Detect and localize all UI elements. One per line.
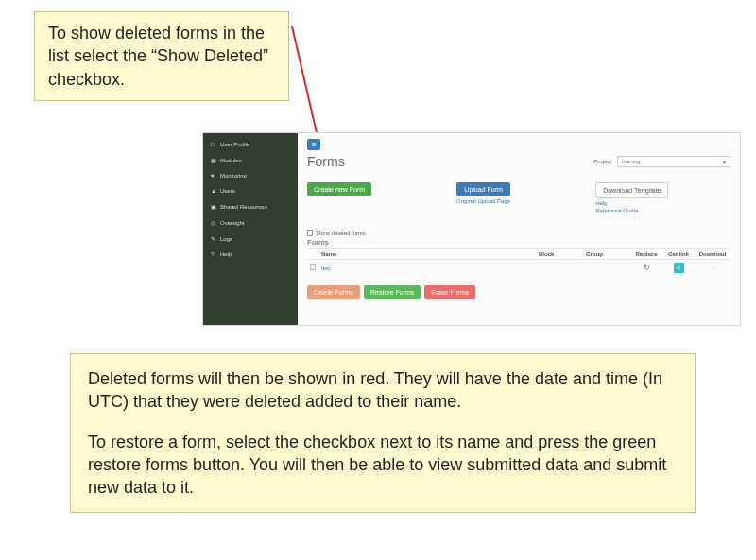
sidebar-item-label: User Profile [220, 142, 249, 147]
sidebar-item-label: Monitoring [220, 173, 247, 178]
help-link[interactable]: Help [595, 200, 668, 206]
col-getlink: Get link [662, 249, 695, 260]
cell-block [536, 260, 583, 277]
help-icon: ? [211, 251, 216, 257]
sidebar-item-label: Users [220, 188, 235, 194]
sidebar-item-label: Help [220, 251, 232, 257]
col-block: Block [536, 249, 583, 260]
sidebar-item-modules[interactable]: ▦ Modules [203, 152, 298, 168]
table-header-row: Name Block Group Replace Get link Downlo… [307, 249, 730, 260]
sidebar-item-shared-resources[interactable]: ▣ Shared Resources [203, 198, 298, 214]
page-title: Forms [307, 154, 345, 169]
forms-section-title: Forms [307, 238, 730, 246]
main-content: ≡ Forms Project training ▾ Create new Fo… [298, 133, 740, 325]
table-row: test ↻ < ↓ [307, 260, 730, 277]
col-group: Group [583, 249, 630, 260]
col-replace: Replace [630, 249, 662, 260]
erase-forms-button[interactable]: Erase Forms [424, 285, 475, 299]
sidebar-item-help[interactable]: ? Help [203, 246, 298, 262]
modules-icon: ▦ [211, 157, 216, 163]
row-select-checkbox[interactable] [310, 264, 316, 270]
replace-icon[interactable]: ↻ [644, 263, 650, 272]
chevron-down-icon: ▾ [723, 159, 726, 165]
monitoring-icon: ♥ [211, 173, 216, 178]
sidebar-item-label: Modules [220, 158, 242, 163]
project-value: training [622, 159, 641, 164]
sidebar: □ User Profile ▦ Modules ♥ Monitoring ▲ … [203, 133, 298, 325]
bulk-action-row: Delete Forms Restore Forms Erase Forms [307, 285, 730, 299]
get-link-icon[interactable]: < [674, 263, 684, 273]
sidebar-item-user-profile[interactable]: □ User Profile [203, 137, 298, 152]
sidebar-item-oversight[interactable]: ◎ Oversight [203, 214, 298, 230]
sidebar-item-label: Oversight [220, 220, 245, 226]
callout-restore-explain: Deleted forms will then be shown in red.… [70, 353, 696, 513]
show-deleted-label: Show deleted forms [316, 230, 366, 236]
forms-table: Name Block Group Replace Get link Downlo… [307, 248, 730, 276]
col-download: Download [695, 249, 730, 260]
user-icon: □ [211, 142, 216, 147]
app-window: □ User Profile ▦ Modules ♥ Monitoring ▲ … [202, 132, 741, 326]
reference-guide-link[interactable]: Reference Guide [595, 208, 668, 213]
shared-resources-icon: ▣ [211, 203, 216, 210]
cell-group [583, 260, 630, 277]
hamburger-menu-button[interactable]: ≡ [307, 139, 320, 150]
sidebar-item-label: Logs [220, 236, 232, 242]
oversight-icon: ◎ [211, 219, 216, 226]
project-select[interactable]: training ▾ [617, 156, 730, 167]
show-deleted-checkbox[interactable] [307, 230, 313, 236]
col-name: Name [318, 249, 536, 260]
callout-text: To restore a form, select the checkbox n… [88, 431, 678, 500]
users-icon: ▲ [211, 188, 216, 194]
delete-forms-button[interactable]: Delete Forms [307, 285, 360, 299]
project-label: Project [593, 159, 611, 164]
show-deleted-row: Show deleted forms [307, 230, 730, 236]
callout-text: To show deleted forms in the list select… [48, 24, 268, 89]
sidebar-item-logs[interactable]: ✎ Logs [203, 230, 298, 246]
download-template-button[interactable]: Download Template [595, 182, 668, 198]
sidebar-item-label: Shared Resources [220, 204, 267, 210]
upload-form-button[interactable]: Upload Form [456, 182, 510, 196]
restore-forms-button[interactable]: Restore Forms [364, 285, 421, 299]
sidebar-item-monitoring[interactable]: ♥ Monitoring [203, 168, 298, 183]
download-icon[interactable]: ↓ [711, 263, 714, 272]
logs-icon: ✎ [211, 235, 216, 242]
sidebar-item-users[interactable]: ▲ Users [203, 183, 298, 198]
create-form-button[interactable]: Create new Form [307, 182, 371, 196]
title-row: Forms Project training ▾ [307, 154, 730, 169]
callout-text: Deleted forms will then be shown in red.… [88, 367, 678, 414]
original-upload-link[interactable]: Original Upload Page [456, 198, 510, 204]
toolbar: Create new Form Upload Form Original Upl… [307, 182, 730, 213]
hamburger-icon: ≡ [312, 141, 317, 149]
form-name-link[interactable]: test [321, 265, 331, 271]
project-picker: Project training ▾ [593, 156, 730, 167]
callout-show-deleted: To show deleted forms in the list select… [34, 11, 289, 101]
